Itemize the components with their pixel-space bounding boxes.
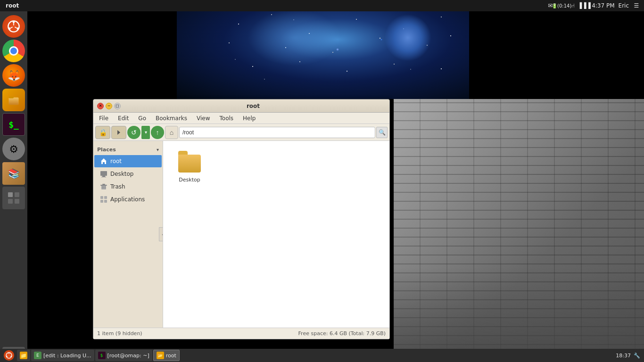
svg-rect-25 (100, 196, 103, 199)
refresh-button[interactable]: ↺ (127, 126, 140, 139)
taskbar-label-root: root (166, 353, 176, 359)
launcher-ubuntu-button[interactable] (2, 15, 25, 38)
taskbar-launcher-icon[interactable] (2, 350, 16, 361)
sidebar: Places ▾ root (93, 141, 163, 328)
svg-point-31 (10, 356, 11, 357)
menu-edit[interactable]: Edit (114, 114, 132, 123)
signal-icon[interactable]: ▐▐▐ (580, 2, 588, 9)
menu-bookmarks[interactable]: Bookmarks (152, 114, 191, 123)
maximize-button[interactable]: □ (114, 103, 121, 109)
launcher: 🦊 $_ ⚙ 📚 (0, 11, 27, 362)
launcher-books-button[interactable]: 📚 (2, 162, 25, 185)
battery-indicator[interactable]: 🔋(0:14) (558, 2, 565, 9)
sidebar-item-trash[interactable]: Trash (94, 181, 162, 193)
sidebar-trash-label: Trash (110, 183, 125, 190)
taskbar-time: 18:37 (616, 353, 631, 359)
file-label-desktop: Desktop (179, 177, 200, 183)
file-content-area: Desktop (163, 141, 389, 328)
svg-rect-20 (100, 185, 107, 186)
taskbar-icon-edit: E (34, 352, 41, 359)
up-button[interactable]: ↑ (151, 126, 164, 139)
window-titlebar: ✕ − □ root (93, 99, 389, 113)
svg-rect-12 (8, 199, 13, 204)
toolbar: 🔒 ↺ ▾ ↑ ⌂ (93, 124, 389, 141)
taskbar-label-terminal: [root@omap: ~] (107, 353, 149, 359)
apps-icon (100, 196, 107, 203)
trash-icon (100, 183, 107, 190)
svg-point-1 (13, 21, 15, 23)
statusbar-right: Free space: 6.4 GB (Total: 7.9 GB) (298, 330, 386, 337)
bluetooth-icon[interactable]: ⑁ (569, 2, 577, 9)
statusbar-left: 1 item (9 hidden) (97, 330, 142, 337)
svg-rect-27 (100, 200, 103, 203)
svg-point-32 (7, 356, 8, 357)
svg-rect-8 (9, 98, 19, 105)
folder-icon (178, 152, 201, 175)
launcher-settings-button[interactable]: ⚙ (2, 138, 25, 160)
taskbar-icon-terminal: $ (98, 352, 106, 359)
minimize-button[interactable]: − (106, 103, 112, 109)
menu-tools[interactable]: Tools (216, 114, 238, 123)
topbar: root ✉ 🔋(0:14) ⑁ ▐▐▐ 4:37 PM Eric ☰ (0, 0, 644, 11)
menu-view[interactable]: View (193, 114, 214, 123)
svg-point-30 (8, 353, 9, 354)
taskbar-item-edit[interactable]: E [edit : Loading U... (31, 350, 94, 361)
close-button[interactable]: ✕ (97, 103, 104, 109)
window-title: root (121, 103, 386, 109)
sidebar-section-arrow[interactable]: ▾ (157, 147, 159, 152)
menu-bar: File Edit Go Bookmarks View Tools Help (93, 113, 389, 124)
file-grid: Desktop (171, 148, 382, 187)
statusbar: 1 item (9 hidden) Free space: 6.4 GB (To… (93, 328, 389, 339)
location-bar[interactable] (179, 127, 375, 138)
launcher-firefox-button[interactable]: 🦊 (2, 64, 25, 87)
taskbar-system-icon[interactable]: 🔧 (634, 353, 640, 359)
svg-rect-16 (100, 171, 107, 176)
svg-point-3 (8, 27, 11, 30)
sidebar-applications-label: Applications (110, 196, 145, 203)
window-body: Places ▾ root (93, 141, 389, 328)
svg-marker-15 (101, 158, 107, 164)
svg-line-6 (11, 27, 13, 28)
filemanager-window: ✕ − □ root File Edit Go Bookmarks View T… (93, 99, 390, 339)
taskbar-time-area: 18:37 🔧 (616, 353, 642, 359)
sidebar-toggle[interactable]: ‹ (159, 227, 163, 241)
launcher-files-button[interactable] (2, 89, 25, 111)
taskbar-item-0[interactable]: 📁 (17, 350, 30, 361)
file-item-desktop[interactable]: Desktop (171, 148, 208, 187)
desktop-icon (100, 170, 107, 178)
sidebar-root-label: root (110, 158, 122, 165)
launcher-chrome-button[interactable] (2, 40, 25, 62)
refresh-dropdown-button[interactable]: ▾ (141, 126, 150, 139)
topbar-menu-icon[interactable]: ☰ (633, 2, 640, 9)
menu-go[interactable]: Go (134, 114, 150, 123)
svg-marker-14 (117, 130, 120, 135)
home-button[interactable]: ⌂ (165, 126, 178, 139)
launcher-workspace-button[interactable] (2, 187, 25, 209)
forward-button[interactable] (111, 126, 126, 139)
sidebar-section-label: Places (97, 147, 116, 153)
taskbar-item-root[interactable]: 📂 root (153, 350, 180, 361)
menu-file[interactable]: File (95, 114, 112, 123)
sidebar-desktop-label: Desktop (110, 171, 134, 177)
svg-rect-13 (15, 199, 19, 204)
svg-rect-9 (9, 97, 14, 99)
svg-rect-18 (101, 177, 106, 177)
back-button[interactable]: 🔒 (95, 126, 110, 139)
sidebar-item-desktop[interactable]: Desktop (94, 168, 162, 180)
search-button[interactable]: 🔍 (376, 127, 388, 138)
taskbar-label-edit: [edit : Loading U... (43, 353, 91, 359)
menu-help[interactable]: Help (239, 114, 259, 123)
svg-rect-11 (15, 192, 19, 197)
svg-rect-10 (8, 192, 13, 197)
window-controls: ✕ − □ (97, 103, 121, 109)
topbar-title: root (6, 2, 19, 9)
taskbar: 📁 E [edit : Loading U... $ [root@omap: ~… (0, 349, 644, 362)
launcher-terminal-button[interactable]: $_ (2, 113, 25, 136)
topbar-time: 4:37 PM (592, 2, 614, 9)
sidebar-item-root[interactable]: root (94, 155, 162, 167)
sidebar-item-applications[interactable]: Applications (94, 193, 162, 206)
svg-line-5 (15, 27, 17, 28)
svg-rect-26 (104, 196, 107, 199)
taskbar-item-terminal[interactable]: $ [root@omap: ~] (95, 350, 152, 361)
topbar-user: Eric (619, 2, 629, 9)
